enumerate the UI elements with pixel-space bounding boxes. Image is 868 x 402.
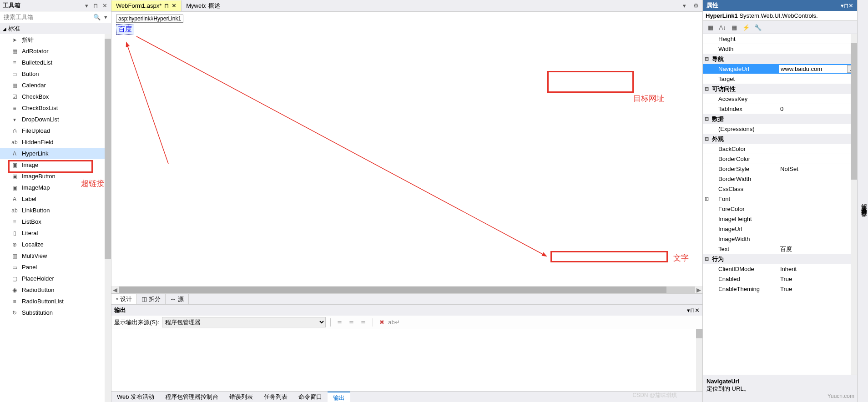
prop-row-tabindex[interactable]: TabIndex0 — [703, 104, 857, 114]
toolbox-item-checkboxlist[interactable]: ≡CheckBoxList — [0, 102, 111, 114]
prop-row-text[interactable]: Text百度 — [703, 244, 857, 254]
prop-row-font[interactable]: ⊞Font — [703, 194, 857, 204]
toolbox-item-hiddenfield[interactable]: abHiddenField — [0, 136, 111, 148]
prop-row-height[interactable]: Height — [703, 34, 857, 44]
prop-row-accesskey[interactable]: AccessKey — [703, 94, 857, 104]
toolbox-item-checkbox[interactable]: ☑CheckBox — [0, 91, 111, 102]
pin-icon[interactable]: ⊓ — [844, 2, 848, 9]
toolbox-scrollbar[interactable] — [105, 34, 111, 402]
toolbox-item-multiview[interactable]: ▥MultiView — [0, 250, 111, 261]
hyperlink-control[interactable]: 百度 — [116, 24, 134, 35]
close-icon[interactable]: ✕ — [172, 2, 177, 9]
toolbox-item-listbox[interactable]: ≡ListBox — [0, 216, 111, 227]
tab-myweb[interactable]: Myweb: 概述 — [182, 0, 224, 12]
prop-row-navigateurl[interactable]: NavigateUrlwww.baidu.com... — [703, 64, 857, 74]
gear-icon[interactable]: ⚙ — [690, 2, 702, 9]
prop-row-target[interactable]: Target — [703, 74, 857, 84]
view-design[interactable]: ▫设计 — [111, 294, 137, 304]
prop-row-backcolor[interactable]: BackColor — [703, 144, 857, 154]
toolbox-category[interactable]: ◢ 标准 — [0, 23, 111, 34]
prop-row-enabled[interactable]: EnabledTrue — [703, 274, 857, 284]
toolbox-item-image[interactable]: ▣Image — [0, 159, 111, 171]
element-tag[interactable]: asp:hyperlink#HyperLink1 — [116, 15, 183, 23]
prop-row-borderstyle[interactable]: BorderStyleNotSet — [703, 164, 857, 174]
categorized-icon[interactable]: ▦ — [706, 22, 716, 32]
prop-row-width[interactable]: Width — [703, 44, 857, 54]
bottom-tab-4[interactable]: 命令窗口 — [293, 392, 328, 402]
toolbox-item-dropdownlist[interactable]: ▾DropDownList — [0, 114, 111, 125]
output-scrollbar[interactable] — [696, 329, 702, 391]
toolbox-item-radiobuttonlist[interactable]: ≡RadioButtonList — [0, 296, 111, 307]
design-surface[interactable]: asp:hyperlink#HyperLink1 百度 — [111, 12, 702, 286]
wrap-icon[interactable]: ab↵ — [389, 318, 399, 327]
tool-icon: ↻ — [10, 310, 19, 316]
prop-row-enabletheming[interactable]: EnableThemingTrue — [703, 284, 857, 294]
prop-category[interactable]: ⊟行为 — [703, 254, 857, 264]
toolbox-item-literal[interactable]: ▯Literal — [0, 227, 111, 239]
close-icon[interactable]: ✕ — [101, 2, 108, 9]
output-btn-1[interactable]: ≣ — [335, 318, 344, 327]
search-input[interactable] — [2, 12, 91, 22]
toolbox-item-imagemap[interactable]: ▣ImageMap — [0, 182, 111, 193]
output-source-select[interactable]: 程序包管理器 — [162, 317, 326, 327]
prop-row-imageurl[interactable]: ImageUrl — [703, 224, 857, 234]
close-icon[interactable]: ✕ — [695, 307, 700, 314]
dropdown-icon[interactable]: ▾ — [687, 307, 690, 314]
toolbox-item-substitution[interactable]: ↻Substitution — [0, 307, 111, 318]
prop-row-borderwidth[interactable]: BorderWidth — [703, 174, 857, 184]
toolbox-item-placeholder[interactable]: ▢PlaceHolder — [0, 273, 111, 284]
pin-icon[interactable]: ⊓ — [690, 307, 695, 314]
close-icon[interactable]: ✕ — [848, 2, 853, 9]
toolbox-item-fileupload[interactable]: ⎙FileUpload — [0, 125, 111, 136]
clear-icon[interactable]: ▾ — [102, 14, 109, 20]
clear-icon[interactable]: ✖ — [378, 318, 387, 327]
dropdown-icon[interactable]: ▾ — [83, 2, 90, 9]
dropdown-icon[interactable]: ▾ — [841, 2, 844, 9]
toolbox-item-panel[interactable]: ▭Panel — [0, 261, 111, 273]
toolbox-item-hyperlink[interactable]: AHyperLink — [0, 148, 111, 159]
bottom-tab-2[interactable]: 错误列表 — [224, 392, 258, 402]
prop-row-imagewidth[interactable]: ImageWidth — [703, 234, 857, 244]
prop-row-forecolor[interactable]: ForeColor — [703, 204, 857, 214]
toolbox-item-指针[interactable]: ➤指针 — [0, 34, 111, 45]
horizontal-scrollbar[interactable]: ◀▶ — [111, 286, 702, 293]
output-btn-2[interactable]: ≣ — [347, 318, 356, 327]
toolbox-item-linkbutton[interactable]: abLinkButton — [0, 205, 111, 216]
prop-row-clientidmode[interactable]: ClientIDModeInherit — [703, 264, 857, 274]
prop-category[interactable]: ⊟导航 — [703, 54, 857, 64]
properties-scrollbar[interactable] — [851, 34, 857, 375]
tab-webform[interactable]: WebForm1.aspx* ⊓ ✕ — [111, 0, 182, 11]
toolbox-item-button[interactable]: ▭Button — [0, 68, 111, 80]
toolbox-item-imagebutton[interactable]: ▣ImageButton — [0, 171, 111, 182]
bottom-tab-0[interactable]: Web 发布活动 — [111, 392, 160, 402]
view-split[interactable]: ◫拆分 — [137, 294, 166, 304]
prop-row-expressions[interactable]: (Expressions) — [703, 124, 857, 134]
events-icon[interactable]: ⚡ — [741, 22, 751, 32]
pin-icon[interactable]: ⊓ — [92, 2, 99, 9]
prop-row-bordercolor[interactable]: BorderColor — [703, 154, 857, 164]
bottom-tab-5[interactable]: 输出 — [328, 392, 350, 402]
toolbox-item-label[interactable]: ALabel — [0, 193, 111, 205]
toolbox-item-calendar[interactable]: ▦Calendar — [0, 80, 111, 91]
solution-explorer-tab[interactable]: 解决方案资源管理器 — [857, 0, 868, 402]
bottom-tab-1[interactable]: 程序包管理器控制台 — [160, 392, 224, 402]
prop-row-cssclass[interactable]: CssClass — [703, 184, 857, 194]
properties-icon[interactable]: ▦ — [729, 22, 739, 32]
prop-row-imageheight[interactable]: ImageHeight — [703, 214, 857, 224]
bottom-tab-3[interactable]: 任务列表 — [258, 392, 293, 402]
toolbox-item-adrotator[interactable]: ▦AdRotator — [0, 45, 111, 57]
output-btn-3[interactable]: ≣ — [359, 318, 368, 327]
search-icon[interactable]: 🔍 — [91, 14, 102, 20]
toolbox-item-localize[interactable]: ⊕Localize — [0, 239, 111, 250]
tabs-dropdown-icon[interactable]: ▾ — [679, 2, 690, 9]
prop-category[interactable]: ⊟数据 — [703, 114, 857, 124]
prop-category[interactable]: ⊟外观 — [703, 134, 857, 144]
toolbox-item-bulletedlist[interactable]: ≡BulletedList — [0, 57, 111, 68]
view-source[interactable]: ↔源 — [166, 294, 189, 304]
toolbox-item-radiobutton[interactable]: ◉RadioButton — [0, 284, 111, 296]
alphabetical-icon[interactable]: A↓ — [717, 22, 727, 32]
pin-icon[interactable]: ⊓ — [164, 2, 169, 9]
wrench-icon[interactable]: 🔧 — [753, 22, 763, 32]
prop-category[interactable]: ⊟可访问性 — [703, 84, 857, 94]
properties-selector[interactable]: HyperLink1 System.Web.UI.WebControls. — [703, 11, 857, 21]
